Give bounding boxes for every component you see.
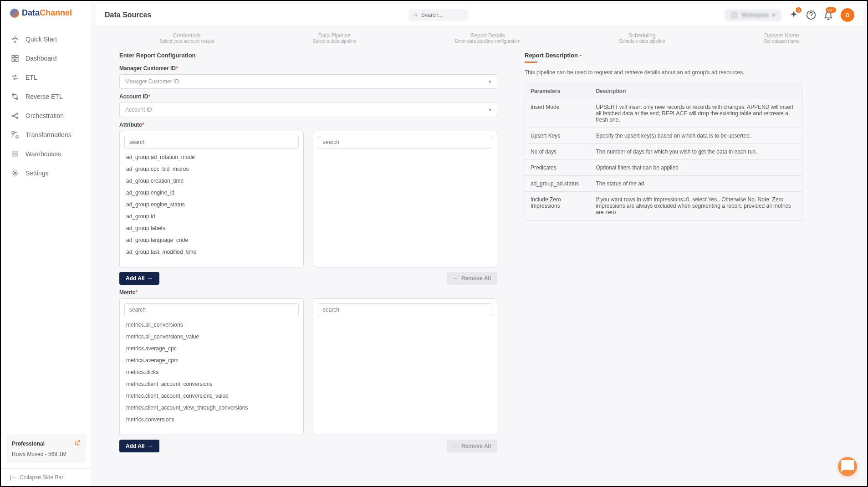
- step-scheduling[interactable]: SchedulingSchedule data pipeline: [619, 32, 665, 44]
- param-cell: Predicates: [525, 160, 590, 176]
- attribute-add-all[interactable]: Add All→: [119, 272, 159, 285]
- attribute-search-right[interactable]: [318, 136, 492, 149]
- list-item[interactable]: ad_group.labels: [124, 222, 299, 234]
- list-item[interactable]: metrics.all_conversions: [124, 319, 299, 331]
- attribute-remove-all[interactable]: ←Remove All: [447, 272, 497, 285]
- plan-box: Professional Rows Moved - 569.1M: [6, 434, 86, 463]
- list-item[interactable]: metrics.clicks: [124, 366, 299, 378]
- attribute-selected: [313, 131, 497, 267]
- svg-point-12: [414, 14, 417, 16]
- attribute-dual-list: ad_group.ad_rotation_modead_group.cpc_bi…: [119, 131, 497, 267]
- sparkle-button[interactable]: 8: [789, 10, 799, 20]
- metric-remove-all[interactable]: ←Remove All: [447, 440, 497, 452]
- metric-dual-list: metrics.all_conversionsmetrics.all_conve…: [119, 298, 497, 435]
- chevron-down-icon: ▾: [772, 12, 775, 18]
- list-item[interactable]: metrics.conversions: [124, 414, 299, 425]
- collapse-sidebar[interactable]: |←Collapse Side Bar: [1, 468, 92, 486]
- list-item[interactable]: ad_group.id: [124, 210, 299, 222]
- table-row: ad_group_ad.statusThe status of the ad.: [525, 176, 802, 192]
- list-item[interactable]: ad_group.last_modified_time: [124, 246, 299, 258]
- step-report-details[interactable]: Report DetailsEnter data pipeline config…: [455, 32, 520, 44]
- topbar: Data Sources 📋Workspace▾ 8 99+ D: [96, 4, 863, 27]
- workspace-selector[interactable]: 📋Workspace▾: [725, 9, 781, 21]
- param-cell: Upsert Keys: [525, 128, 590, 144]
- sidebar-item-transformations[interactable]: Transformations: [1, 125, 92, 144]
- svg-rect-10: [16, 136, 18, 138]
- attribute-search-left[interactable]: [124, 136, 299, 149]
- sidebar-item-quickstart[interactable]: Quick Start: [1, 30, 92, 49]
- sidebar-item-reverse-etl[interactable]: Reverse ETL: [1, 87, 92, 106]
- desc-cell: The status of the ad.: [590, 176, 802, 192]
- param-cell: ad_group_ad.status: [525, 176, 590, 192]
- list-item[interactable]: metrics.client_account_conversions_value: [124, 390, 299, 402]
- manager-id-select[interactable]: Manager Customer ID▾: [119, 74, 497, 89]
- metric-selected-list[interactable]: [318, 319, 492, 430]
- param-cell: Include Zero Impressions: [525, 192, 590, 220]
- list-item[interactable]: metrics.client_account_view_through_conv…: [124, 402, 299, 414]
- list-item[interactable]: metrics.client_account_conversions: [124, 378, 299, 390]
- top-actions: 📋Workspace▾ 8 99+ D: [725, 8, 854, 22]
- list-item[interactable]: ad_group.ad_rotation_mode: [124, 151, 299, 163]
- list-item[interactable]: metrics.average_cpm: [124, 354, 299, 366]
- help-button[interactable]: [806, 10, 816, 20]
- metric-search-left[interactable]: [124, 303, 299, 316]
- logo[interactable]: DataChannel: [1, 1, 92, 25]
- list-item[interactable]: ad_group.engine_status: [124, 199, 299, 210]
- collapse-icon: |←: [10, 474, 17, 481]
- param-cell: No of days: [525, 144, 590, 160]
- desc-underline: [525, 62, 537, 63]
- metric-label: Metric*: [119, 289, 497, 296]
- global-search[interactable]: [408, 9, 468, 21]
- list-item[interactable]: ad_group.creation_time: [124, 175, 299, 187]
- account-id-select[interactable]: Account ID▾: [119, 103, 497, 117]
- metric-add-all[interactable]: Add All→: [119, 440, 159, 452]
- sparkle-badge: 8: [796, 7, 802, 13]
- sidebar-item-dashboard[interactable]: Dashboard: [1, 49, 92, 68]
- collapse-label: Collapse Side Bar: [20, 474, 63, 481]
- metric-list[interactable]: metrics.all_conversionsmetrics.all_conve…: [124, 319, 299, 430]
- content: Enter Report Configuration Manager Custo…: [92, 47, 867, 486]
- avatar[interactable]: D: [841, 8, 854, 22]
- sidebar-item-label: Settings: [26, 169, 49, 177]
- bell-badge: 99+: [826, 7, 836, 13]
- list-item[interactable]: metrics.all_conversions_value: [124, 331, 299, 343]
- sidebar-item-warehouses[interactable]: Warehouses: [1, 144, 92, 164]
- plan-rows: Rows Moved - 569.1M: [12, 451, 81, 457]
- step-dataset-name[interactable]: Dataset NameSet dataset name: [764, 32, 799, 44]
- step-pipeline[interactable]: Data PipelineSelect a data pipeline: [313, 32, 357, 44]
- table-row: Include Zero ImpressionsIf you want rows…: [525, 192, 802, 220]
- svg-rect-2: [12, 59, 14, 62]
- attribute-list[interactable]: ad_group.ad_rotation_modead_group.cpc_bi…: [124, 151, 299, 262]
- page-title: Data Sources: [105, 11, 151, 19]
- metric-selected: [313, 298, 497, 435]
- sidebar-item-etl[interactable]: ETL: [1, 68, 92, 87]
- search-icon: [414, 12, 418, 18]
- list-item[interactable]: metrics.average_cpc: [124, 343, 299, 354]
- calendar-icon: 📋: [731, 12, 738, 18]
- desc-cell: Optional filters that can be applied: [590, 160, 802, 176]
- chevron-down-icon: ▾: [489, 78, 491, 85]
- notifications-button[interactable]: 99+: [823, 10, 833, 20]
- svg-point-5: [16, 98, 18, 99]
- sidebar-item-label: Warehouses: [26, 150, 61, 158]
- step-credentials[interactable]: CredentialsSelect your account details: [159, 32, 214, 44]
- th-desc: Description: [590, 83, 802, 99]
- svg-rect-9: [12, 132, 14, 134]
- chat-button[interactable]: [838, 457, 857, 476]
- flow-icon: [11, 73, 19, 82]
- sidebar-item-settings[interactable]: Settings: [1, 164, 92, 183]
- gear-icon: [11, 169, 19, 177]
- list-item[interactable]: ad_group.language_code: [124, 234, 299, 246]
- list-item[interactable]: ad_group.cpc_bid_micros: [124, 163, 299, 175]
- param-cell: Insert Mode: [525, 99, 590, 128]
- logo-text-data: Data: [22, 8, 40, 17]
- svg-point-7: [17, 113, 18, 114]
- list-item[interactable]: ad_group.engine_id: [124, 187, 299, 199]
- logo-text-channel: Channel: [40, 8, 72, 17]
- desc-cell: Specify the upsert key(s) based on which…: [590, 128, 802, 144]
- metric-search-right[interactable]: [318, 303, 492, 316]
- open-icon[interactable]: [74, 440, 81, 447]
- search-input[interactable]: [421, 12, 462, 18]
- attribute-selected-list[interactable]: [318, 151, 492, 262]
- sidebar-item-orchestration[interactable]: Orchestration: [1, 106, 92, 125]
